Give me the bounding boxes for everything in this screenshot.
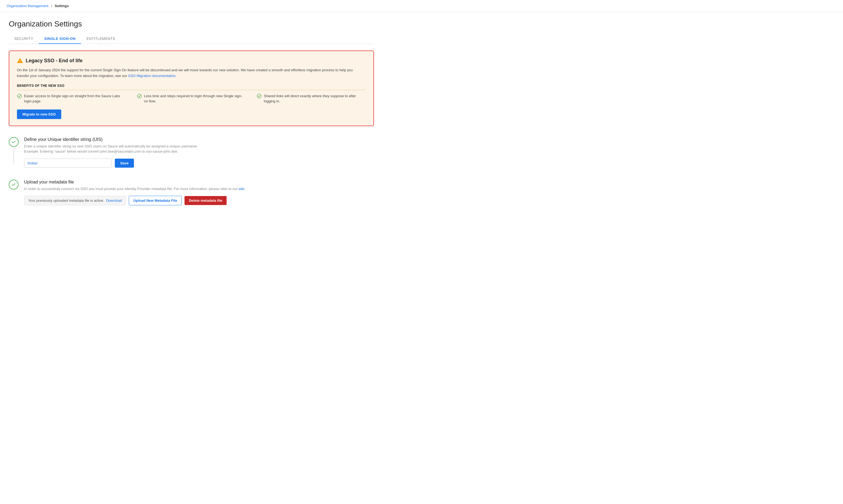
sso-migration-link[interactable]: SSO Migration documentation [128,74,175,78]
legacy-sso-banner: ! Legacy SSO - End of life On the 1st of… [9,51,374,126]
banner-title: ! Legacy SSO - End of life [17,58,366,64]
benefits-title: BENEFITS OF THE NEW SSO [17,84,366,90]
benefits-list: Easier access to Single sign-on straight… [17,93,366,104]
page-title: Organization Settings [9,20,374,29]
tab-security[interactable]: SECURITY [9,34,39,44]
download-metadata-link[interactable]: Download [106,198,122,202]
breadcrumb-parent-link[interactable]: Organization Management [6,4,48,8]
svg-point-3 [257,94,261,98]
breadcrumb: Organization Management / Settings [0,0,843,12]
check-circle-icon-3 [257,94,262,98]
tab-entitlements[interactable]: ENTITLEMENTS [81,34,121,44]
tab-single-sign-on[interactable]: SINGLE SIGN-ON [39,34,81,44]
breadcrumb-separator: / [51,4,52,8]
uis-check-icon [11,140,16,144]
metadata-check-icon [11,182,16,187]
metadata-status-text: Your previously uploaded metadata file i… [24,196,126,205]
benefit-item-3: Shared links will direct exactly where t… [257,93,366,104]
svg-point-2 [137,94,141,98]
tabs-container: SECURITY SINGLE SIGN-ON ENTITLEMENTS [9,34,374,44]
svg-point-1 [17,94,22,98]
metadata-section-title: Upload your metadata file [24,180,374,184]
uis-step-indicator [9,137,19,147]
uis-input-row: Save [24,159,374,168]
check-circle-icon-1 [17,94,22,98]
uis-section-description: Enter a unique identifier string so new … [24,144,374,154]
metadata-action-row: Your previously uploaded metadata file i… [24,196,374,205]
migrate-to-new-sso-button[interactable]: Migrate to new SSO [17,109,61,119]
uis-section-title: Define your Unique identifier string (UI… [24,137,374,142]
upload-metadata-button[interactable]: Upload New Metadata File [129,196,182,205]
uis-input[interactable] [24,159,111,168]
warning-triangle-icon: ! [17,58,23,64]
benefit-item-2: Less time and steps required to login th… [137,93,246,104]
breadcrumb-current: Settings [55,4,69,8]
svg-text:!: ! [19,59,20,62]
delete-metadata-button[interactable]: Delete metadata file [185,196,227,205]
banner-description: On the 1st of January 2024 the support f… [17,68,366,79]
benefit-item-1: Easier access to Single sign-on straight… [17,93,126,104]
metadata-step-indicator [9,180,19,190]
check-circle-icon-2 [137,94,142,98]
metadata-section-description: In order to successfully connect via SSO… [24,186,374,192]
uis-save-button[interactable]: Save [115,159,134,168]
wiki-link[interactable]: wiki [239,187,245,191]
section-divider-line [13,148,14,164]
